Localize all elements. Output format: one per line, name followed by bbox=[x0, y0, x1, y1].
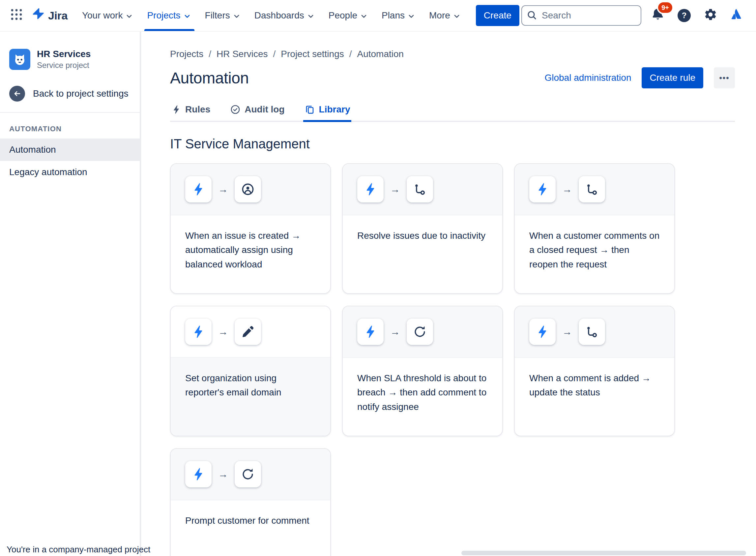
nav-item-dashboards[interactable]: Dashboards bbox=[248, 0, 322, 31]
help-icon: ? bbox=[678, 9, 691, 22]
nav-item-more[interactable]: More bbox=[422, 0, 468, 31]
tab-rules[interactable]: Rules bbox=[170, 102, 212, 122]
back-label: Back to project settings bbox=[33, 89, 128, 99]
template-card-comment-update-status[interactable]: → When a comment is added → update the s… bbox=[514, 306, 675, 436]
card-text: Resolve issues due to inactivity bbox=[343, 215, 502, 293]
primary-nav: Your work Projects Filters Dashboards Pe… bbox=[75, 0, 468, 31]
app-switcher-button[interactable] bbox=[7, 6, 26, 25]
card-text: When a customer comments on a closed req… bbox=[515, 215, 674, 293]
template-card-balanced-workload[interactable]: → When an issue is created → automatical… bbox=[170, 163, 331, 294]
atlassian-button[interactable] bbox=[727, 6, 747, 25]
trigger-tile bbox=[529, 319, 556, 345]
help-button[interactable]: ? bbox=[674, 6, 694, 25]
nav-item-label: Projects bbox=[147, 10, 180, 21]
horizontal-scrollbar[interactable] bbox=[461, 551, 746, 555]
workflow-icon bbox=[413, 182, 427, 197]
tab-label: Library bbox=[319, 104, 350, 115]
breadcrumb-hr-services[interactable]: HR Services bbox=[217, 49, 268, 59]
lightning-icon bbox=[535, 324, 550, 339]
project-sidebar: HR Services Service project Back to proj… bbox=[0, 32, 141, 556]
library-copy-icon bbox=[304, 104, 315, 115]
arrow-icon: → bbox=[218, 326, 228, 337]
gear-icon bbox=[704, 8, 717, 24]
search-input[interactable] bbox=[521, 5, 641, 26]
nav-item-people[interactable]: People bbox=[322, 0, 375, 31]
breadcrumb-separator: / bbox=[349, 49, 352, 59]
breadcrumb-projects[interactable]: Projects bbox=[170, 49, 203, 59]
arrow-icon: → bbox=[218, 468, 228, 480]
jira-logo-text: Jira bbox=[48, 9, 68, 22]
trigger-tile bbox=[185, 176, 212, 203]
create-rule-button[interactable]: Create rule bbox=[642, 67, 703, 89]
assign-user-icon bbox=[240, 182, 255, 197]
lightning-icon bbox=[363, 324, 378, 339]
card-icon-area: → bbox=[343, 306, 502, 358]
lightning-icon bbox=[172, 105, 181, 114]
tab-audit-log[interactable]: Audit log bbox=[229, 102, 286, 122]
project-managed-note: You're in a company-managed project bbox=[0, 545, 140, 555]
breadcrumb-automation[interactable]: Automation bbox=[357, 49, 404, 59]
settings-button[interactable] bbox=[701, 6, 720, 25]
breadcrumb-separator: / bbox=[209, 49, 211, 59]
search-box bbox=[521, 5, 641, 26]
arrow-icon: → bbox=[562, 326, 572, 337]
arrow-icon: → bbox=[218, 184, 228, 195]
sidebar-divider bbox=[0, 112, 140, 113]
project-header: HR Services Service project bbox=[0, 49, 140, 70]
atlassian-icon bbox=[730, 7, 744, 24]
global-administration-link[interactable]: Global administration bbox=[544, 73, 631, 83]
workflow-icon bbox=[584, 324, 599, 339]
nav-item-label: People bbox=[329, 10, 357, 21]
notifications-button[interactable]: 9+ bbox=[648, 6, 668, 25]
nav-item-label: Your work bbox=[82, 10, 123, 21]
breadcrumb-separator: / bbox=[273, 49, 276, 59]
project-avatar bbox=[9, 49, 30, 70]
card-icon-area: → bbox=[171, 164, 330, 215]
nav-item-filters[interactable]: Filters bbox=[198, 0, 248, 31]
back-to-project-settings[interactable]: Back to project settings bbox=[0, 86, 140, 102]
pencil-icon bbox=[240, 324, 255, 339]
section-heading: IT Service Management bbox=[170, 137, 735, 151]
chevron-down-icon bbox=[183, 11, 192, 21]
nav-item-plans[interactable]: Plans bbox=[375, 0, 422, 31]
nav-item-your-work[interactable]: Your work bbox=[75, 0, 140, 31]
template-card-set-organization[interactable]: → Set organization using reporter's emai… bbox=[170, 306, 331, 436]
card-icon-area: → bbox=[515, 164, 674, 215]
action-tile bbox=[407, 319, 433, 345]
breadcrumb-project-settings[interactable]: Project settings bbox=[281, 49, 344, 59]
nav-left-cluster: Jira Your work Projects Filters Dashboar… bbox=[7, 0, 519, 31]
action-tile bbox=[579, 176, 605, 203]
tab-label: Audit log bbox=[244, 104, 285, 115]
card-text: Set organization using reporter's email … bbox=[171, 358, 330, 436]
jira-logo[interactable]: Jira bbox=[30, 7, 68, 24]
template-card-sla-breach[interactable]: → When SLA threshold is about to breach … bbox=[342, 306, 503, 436]
title-row: Automation Global administration Create … bbox=[170, 67, 735, 89]
arrow-icon: → bbox=[390, 326, 400, 337]
template-card-reopen-request[interactable]: → When a customer comments on a closed r… bbox=[514, 163, 675, 294]
tab-library[interactable]: Library bbox=[303, 102, 352, 122]
lightning-icon bbox=[191, 324, 205, 339]
sidebar-item-legacy-automation[interactable]: Legacy automation bbox=[0, 161, 140, 183]
template-card-prompt-customer[interactable]: → Prompt customer for comment bbox=[170, 448, 331, 556]
card-icon-area: → bbox=[171, 306, 330, 358]
create-button[interactable]: Create bbox=[476, 5, 519, 26]
chevron-down-icon bbox=[452, 11, 461, 21]
trigger-tile bbox=[185, 319, 212, 345]
nav-item-projects[interactable]: Projects bbox=[140, 0, 198, 31]
chevron-down-icon bbox=[407, 11, 416, 21]
template-card-grid: → When an issue is created → automatical… bbox=[170, 163, 735, 556]
project-name: HR Services bbox=[37, 49, 90, 59]
more-actions-button[interactable]: ••• bbox=[714, 67, 735, 89]
template-card-resolve-inactivity[interactable]: → Resolve issues due to inactivity bbox=[342, 163, 503, 294]
sidebar-items: Automation Legacy automation bbox=[0, 139, 140, 183]
card-icon-area: → bbox=[171, 449, 330, 500]
sidebar-item-automation[interactable]: Automation bbox=[0, 139, 140, 161]
nav-item-label: Filters bbox=[205, 10, 230, 21]
card-icon-area: → bbox=[343, 164, 502, 215]
trigger-tile bbox=[357, 176, 384, 203]
chevron-down-icon bbox=[359, 11, 369, 21]
lightning-icon bbox=[363, 182, 378, 197]
search-icon bbox=[527, 10, 537, 23]
notification-badge: 9+ bbox=[657, 1, 674, 14]
lightning-icon bbox=[535, 182, 550, 197]
